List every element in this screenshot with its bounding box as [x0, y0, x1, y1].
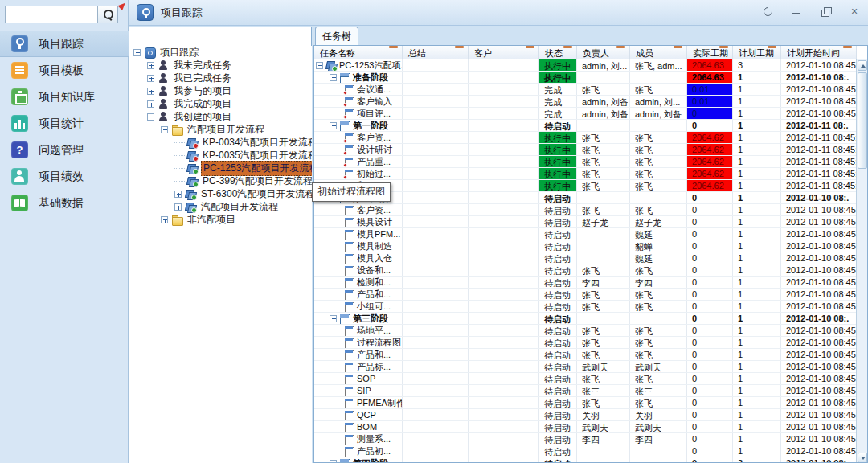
table-row[interactable]: 第三阶段待启动012012-01-10 08:. — [314, 313, 857, 325]
column-header-1[interactable]: 任务名称 — [314, 46, 403, 59]
table-row[interactable]: PC-1253汽配项...执行中admin, 刘...张飞, adm...206… — [314, 59, 857, 72]
tree-item[interactable]: 我已完成任务 — [129, 72, 312, 84]
expand-icon[interactable] — [147, 88, 154, 95]
sidebar-item-4[interactable]: 项目统计 — [0, 110, 129, 137]
table-row[interactable]: 准备阶段执行中2064.6312012-01-10 08:. — [314, 72, 857, 84]
customer-cell — [469, 277, 539, 288]
column-header-3[interactable]: 客户 — [469, 46, 539, 59]
collapse-icon[interactable] — [330, 122, 337, 129]
member-cell: 张飞 — [630, 144, 687, 155]
tree-item[interactable]: 我完成的项目 — [129, 97, 312, 110]
table-row[interactable]: SIP待启动张三张三012012-01-10 08:45:3 — [314, 385, 857, 397]
restore-button[interactable] — [818, 4, 833, 18]
expand-icon[interactable] — [161, 216, 168, 223]
search-input[interactable] — [5, 6, 98, 23]
column-header-8[interactable]: 计划工期 — [733, 46, 781, 59]
table-row[interactable]: 产品初...待启动012012-01-10 08:45:3 — [314, 445, 857, 457]
search-button[interactable] — [97, 6, 118, 23]
table-row[interactable]: 客户资...执行中张飞张飞2064.6212012-01-11 08:45:3 — [314, 132, 857, 144]
tree-item[interactable]: 项目跟踪 — [129, 46, 312, 59]
table-row[interactable]: 第一阶段待启动012012-01-11 08:. — [314, 120, 857, 132]
table-row[interactable]: 产品和...待启动张飞张飞012012-01-10 08:45:3 — [314, 349, 857, 361]
tab-task-tree[interactable]: 任务树 — [315, 27, 358, 46]
tree-item[interactable]: 汽配项目开发流程 — [129, 123, 312, 136]
tree-item[interactable]: 我创建的项目 — [129, 110, 312, 123]
planned-start-cell: 2012-01-10 08:45:3 — [781, 264, 857, 276]
table-row[interactable]: 初始过...执行中张飞张飞2064.6212012-01-11 08:45:3 — [314, 168, 857, 180]
collapse-icon[interactable] — [161, 126, 168, 133]
sidebar-item-1[interactable]: 项目跟踪 — [0, 31, 129, 57]
tree-item[interactable]: 我参与的项目 — [129, 84, 312, 97]
collapse-icon[interactable] — [330, 460, 337, 463]
table-row[interactable]: 第二阶段待启动012012-01-10 08:. — [314, 192, 857, 204]
tree-item[interactable]: 我未完成任务 — [129, 59, 312, 72]
planned-start-cell: 2012-01-11 08:. — [781, 120, 857, 131]
task-active-dot — [343, 175, 347, 179]
collapse-icon[interactable] — [330, 74, 337, 81]
collapse-icon[interactable] — [133, 49, 141, 56]
table-row[interactable]: 小组可...待启动张飞张飞012012-01-10 08:45:3 — [314, 301, 857, 313]
table-row[interactable]: 过程流程图待启动张飞张飞012012-01-10 08:45:3 — [314, 337, 857, 349]
collapse-icon[interactable] — [330, 315, 337, 322]
tree-item[interactable]: PC-1253汽配项目开发流程 — [129, 162, 312, 174]
table-row[interactable]: QCP待启动关羽关羽012012-01-10 08:45:3 — [314, 409, 857, 421]
tree-item[interactable]: 汽配项目开发流程 — [129, 200, 312, 213]
sidebar-item-3[interactable]: 项目知识库 — [0, 84, 129, 110]
task-name: 准备阶段 — [353, 72, 388, 83]
table-row[interactable]: 检测和...待启动李四李四012012-01-10 08:45:3 — [314, 277, 857, 289]
task-name: 产品重... — [357, 156, 391, 167]
table-row[interactable]: 测量系...待启动李四李四012012-01-10 08:45:3 — [314, 433, 857, 445]
scroll-thumb[interactable] — [858, 72, 867, 169]
scroll-up-button[interactable] — [858, 60, 867, 71]
column-header-2[interactable]: 总结 — [403, 46, 469, 59]
sidebar-item-2[interactable]: 项目模板 — [0, 57, 129, 84]
status-cell: 执行中 — [539, 168, 577, 179]
scroll-down-button[interactable] — [858, 453, 867, 463]
table-row[interactable]: 场地平...待启动张飞张飞012012-01-10 08:45:3 — [314, 325, 857, 337]
expand-icon[interactable] — [147, 100, 154, 108]
minimize-button[interactable] — [789, 4, 804, 18]
table-row[interactable]: 产品重...执行中张飞张飞2064.6212012-01-11 08:45:3 — [314, 156, 857, 168]
collapse-icon[interactable] — [147, 113, 154, 121]
tree-item[interactable]: ST-6300汽配项目开发流程 — [129, 187, 312, 200]
sidebar-item-7[interactable]: 基础数据 — [0, 190, 129, 216]
table-row[interactable]: 产品标...待启动武则天武则天012012-01-10 08:45:3 — [314, 361, 857, 373]
table-row[interactable]: 项目评...完成admin, 刘备admin, 刘备012012-01-10 0… — [314, 108, 857, 120]
table-row[interactable]: BOM待启动武则天武则天012012-01-10 08:45:3 — [314, 421, 857, 433]
sidebar-item-6[interactable]: 项目绩效 — [0, 163, 129, 190]
table-row[interactable]: 第四阶段待启动032012-01-10 08:. — [314, 457, 857, 463]
column-header-5[interactable]: 负责人 — [577, 46, 630, 59]
expand-icon[interactable] — [147, 75, 154, 82]
table-row[interactable]: 客户输入完成admin, 刘备admin, 刘...0.0112012-01-1… — [314, 96, 857, 108]
column-header-9[interactable]: 计划开始时间 — [781, 46, 857, 59]
planned-duration-cell: 1 — [733, 132, 781, 143]
table-row[interactable]: 会议通...完成张飞张飞0.0112012-01-10 08:45:3 — [314, 84, 857, 96]
person-icon — [11, 168, 28, 185]
tree-item[interactable]: PC-399汽配项目开发流程 — [129, 174, 312, 187]
close-button[interactable]: × — [847, 4, 862, 18]
table-row[interactable]: 模具设计待启动赵子龙赵子龙012012-01-10 08:45:3 — [314, 216, 857, 228]
table-row[interactable]: 模具入仓待启动魏延012012-01-10 08:45:3 — [314, 252, 857, 264]
table-row[interactable]: PFMEA制作待启动张飞张飞012012-01-10 08:45:3 — [314, 397, 857, 409]
table-row[interactable]: 设备和...待启动张飞张飞012012-01-10 08:45:3 — [314, 264, 857, 277]
table-row[interactable]: 设计研讨执行中张飞张飞2064.6212012-01-11 08:45:3 — [314, 144, 857, 156]
column-header-4[interactable]: 状态 — [539, 46, 577, 59]
table-row[interactable]: SOP待启动张飞张飞012012-01-10 08:45:3 — [314, 373, 857, 385]
tree-item[interactable]: 非汽配项目 — [129, 213, 312, 226]
collapse-icon[interactable] — [316, 62, 323, 69]
vertical-scrollbar[interactable] — [856, 59, 867, 463]
column-header-7[interactable]: 实际工期 — [687, 46, 733, 59]
column-header-6[interactable]: 成员 — [630, 46, 687, 59]
tree-item[interactable]: KP-0034汽配项目开发流程 — [129, 136, 312, 149]
expand-icon[interactable] — [147, 62, 154, 69]
sidebar-item-5[interactable]: 问题管理 — [0, 137, 129, 163]
expand-icon[interactable] — [174, 203, 182, 211]
table-row[interactable]: 客户资...待启动张飞张飞012012-01-10 08:45:3 — [314, 204, 857, 216]
table-row[interactable]: 模具PFM...待启动魏延012012-01-10 08:45:3 — [314, 228, 857, 240]
expand-icon[interactable] — [174, 191, 182, 198]
table-row[interactable]: 模具制造待启动貂蝉012012-01-10 08:45:3 — [314, 240, 857, 252]
table-row[interactable]: 产品和...待启动张飞张飞012012-01-10 08:45:3 — [314, 289, 857, 301]
summary-cell — [403, 277, 469, 288]
refresh-icon[interactable] — [760, 4, 775, 18]
table-row[interactable]: 和...执行中张飞张飞2064.6212012-01-11 08:45:3 — [314, 180, 857, 192]
